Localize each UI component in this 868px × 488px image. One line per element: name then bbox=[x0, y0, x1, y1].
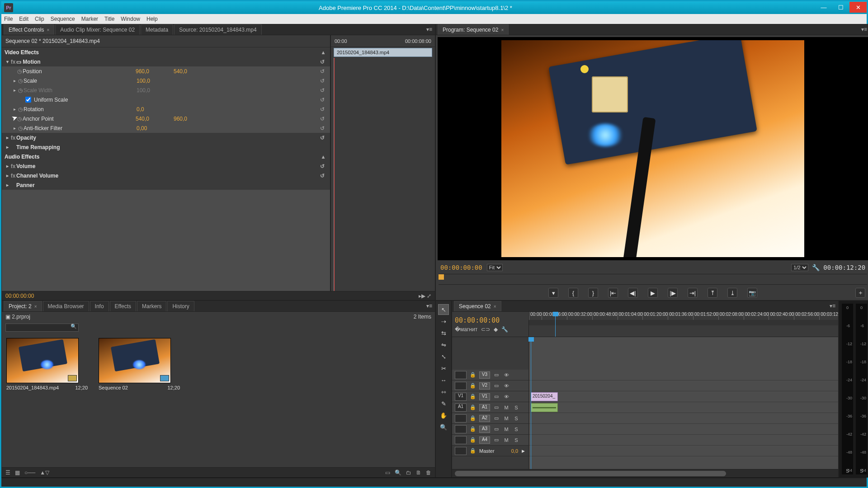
audio-clip[interactable] bbox=[531, 403, 558, 412]
tab-metadata[interactable]: Metadata bbox=[141, 24, 173, 35]
go-to-in-button[interactable]: |⇤ bbox=[608, 288, 618, 298]
reset-icon[interactable]: ↺ bbox=[320, 97, 325, 103]
project-search-input[interactable] bbox=[5, 324, 79, 332]
close-icon[interactable]: × bbox=[34, 304, 37, 309]
solo-button[interactable]: S bbox=[856, 469, 867, 474]
ec-playhead[interactable] bbox=[334, 58, 335, 291]
program-resolution-select[interactable]: 1/2 bbox=[791, 264, 808, 271]
play-button[interactable]: ▶ bbox=[648, 288, 658, 298]
tab-effect-controls[interactable]: Effect Controls× bbox=[4, 24, 54, 35]
linked-selection-button[interactable]: ⊂⊃ bbox=[481, 326, 490, 333]
ec-footer-time[interactable]: 00:00:00:00 bbox=[5, 293, 34, 299]
timeline-playhead-line[interactable] bbox=[531, 337, 531, 469]
anchor-x[interactable]: 540,0 bbox=[136, 116, 157, 122]
reset-icon[interactable]: ↺ bbox=[320, 135, 325, 141]
list-view-button[interactable]: ☰ bbox=[5, 469, 10, 476]
mark-in-button[interactable]: { bbox=[568, 288, 578, 298]
ec-zoom-slider[interactable]: ▸▶ ⤢ bbox=[419, 293, 431, 299]
program-ruler[interactable] bbox=[439, 274, 867, 285]
bin-icon[interactable]: ▣ bbox=[5, 314, 10, 320]
reset-icon[interactable]: ↺ bbox=[320, 78, 325, 84]
close-icon[interactable]: × bbox=[494, 304, 496, 309]
auto-match-button[interactable]: ▭ bbox=[385, 469, 390, 476]
stopwatch-icon[interactable]: ◷ bbox=[17, 78, 24, 84]
settings-icon[interactable]: 🔧 bbox=[812, 264, 820, 271]
program-video[interactable] bbox=[438, 37, 868, 260]
timeline-ruler[interactable]: 00:0000:00:16:0000:00:32:0000:00:48:0000… bbox=[529, 312, 838, 320]
fx-volume[interactable]: Volume bbox=[16, 163, 129, 169]
mark-out-button[interactable]: } bbox=[588, 288, 598, 298]
rotation-value[interactable]: 0,0 bbox=[137, 106, 158, 113]
fx-opacity[interactable]: Opacity bbox=[16, 135, 129, 141]
uniform-scale-checkbox[interactable] bbox=[25, 97, 31, 103]
program-fit-select[interactable]: Fit bbox=[487, 264, 503, 271]
track-header-a1[interactable]: A1🔒A1▭MS bbox=[452, 402, 528, 413]
search-icon[interactable]: 🔍 bbox=[5, 323, 79, 332]
tab-program[interactable]: Program: Sequence 02× bbox=[438, 24, 509, 35]
maximize-button[interactable]: ☐ bbox=[832, 2, 849, 13]
lane-master[interactable] bbox=[529, 446, 838, 456]
tab-info[interactable]: Info bbox=[90, 301, 109, 311]
panel-menu-icon[interactable]: ▾≡ bbox=[426, 26, 432, 33]
sort-button[interactable]: ▲▽ bbox=[40, 469, 49, 476]
lane-a4[interactable] bbox=[529, 435, 838, 446]
close-icon[interactable]: × bbox=[501, 28, 504, 33]
twirl-icon[interactable]: ▸ bbox=[5, 183, 10, 188]
anchor-y[interactable]: 960,0 bbox=[174, 116, 195, 122]
rate-stretch-tool[interactable]: ⤡ bbox=[438, 351, 449, 362]
panel-menu-icon[interactable]: ▾≡ bbox=[426, 303, 432, 309]
rolling-edit-tool[interactable]: ⇋ bbox=[438, 339, 449, 350]
tab-effects[interactable]: Effects bbox=[110, 301, 136, 311]
menu-clip[interactable]: Clip bbox=[35, 16, 44, 22]
video-clip[interactable]: 20150204_ bbox=[531, 392, 558, 401]
reset-icon[interactable]: ↺ bbox=[320, 125, 325, 131]
tab-markers[interactable]: Markers bbox=[137, 301, 166, 311]
reset-icon[interactable]: ↺ bbox=[320, 116, 325, 122]
track-header-master[interactable]: 🔒Master0,0► bbox=[452, 446, 528, 456]
lift-button[interactable]: ⤒ bbox=[708, 288, 717, 298]
menu-sequence[interactable]: Sequence bbox=[51, 16, 75, 22]
track-header-a2[interactable]: 🔒A2▭MS bbox=[452, 413, 528, 424]
step-back-button[interactable]: ◀| bbox=[628, 288, 638, 298]
minimize-button[interactable]: — bbox=[815, 2, 832, 13]
tab-history[interactable]: History bbox=[167, 301, 194, 311]
source-patch-v1[interactable]: V1 bbox=[455, 393, 467, 401]
slide-tool[interactable]: ⇿ bbox=[438, 386, 449, 397]
program-current-time[interactable]: 00:00:00:00 bbox=[440, 264, 482, 271]
delete-button[interactable]: 🗑 bbox=[426, 469, 431, 476]
fx-motion[interactable]: Motion bbox=[23, 59, 136, 65]
lane-a2[interactable] bbox=[529, 413, 838, 424]
button-editor-button[interactable]: ＋ bbox=[855, 288, 865, 298]
collapse-icon[interactable]: ▴ bbox=[322, 49, 325, 56]
ec-clip-bar[interactable]: 20150204_184843.mp4 bbox=[334, 48, 432, 57]
menu-window[interactable]: Window bbox=[121, 16, 140, 22]
menu-edit[interactable]: Edit bbox=[19, 16, 28, 22]
fx-panner[interactable]: Panner bbox=[16, 182, 129, 188]
position-y[interactable]: 540,0 bbox=[174, 68, 195, 75]
reset-icon[interactable]: ↺ bbox=[320, 163, 325, 169]
stopwatch-icon[interactable]: ◷ bbox=[17, 106, 24, 113]
fx-channel-volume[interactable]: Channel Volume bbox=[16, 173, 129, 179]
track-header-a4[interactable]: 🔒A4▭MS bbox=[452, 435, 528, 446]
zoom-tool[interactable]: 🔍 bbox=[438, 422, 449, 432]
track-header-v3[interactable]: 🔒V3▭👁 bbox=[452, 370, 528, 380]
stopwatch-icon[interactable]: ◷ bbox=[16, 116, 23, 122]
audio-meter-left[interactable]: 0-6-12-18-24-30-36-42-48-54 S bbox=[842, 304, 853, 474]
tab-project[interactable]: Project: 2× bbox=[4, 301, 42, 311]
find-button[interactable]: 🔍 bbox=[395, 469, 401, 476]
tab-sequence[interactable]: Sequence 02× bbox=[454, 301, 501, 311]
panel-menu-icon[interactable]: ▾≡ bbox=[830, 303, 835, 309]
lane-a3[interactable] bbox=[529, 424, 838, 435]
reset-icon[interactable]: ↺ bbox=[320, 106, 325, 113]
lane-a1[interactable] bbox=[529, 402, 838, 413]
audio-meter-right[interactable]: 0-6-12-18-24-30-36-42-48-54 S bbox=[856, 304, 867, 474]
solo-button[interactable]: S bbox=[842, 469, 853, 474]
collapse-icon[interactable]: ▴ bbox=[322, 154, 325, 160]
timeline-playhead[interactable] bbox=[555, 312, 556, 337]
lane-v3[interactable] bbox=[529, 370, 838, 380]
slip-tool[interactable]: ↔ bbox=[438, 375, 449, 385]
menu-file[interactable]: File bbox=[4, 16, 13, 22]
icon-view-button[interactable]: ▦ bbox=[15, 469, 20, 476]
twirl-icon[interactable]: ▸ bbox=[5, 164, 10, 169]
master-value[interactable]: 0,0 bbox=[511, 448, 518, 454]
